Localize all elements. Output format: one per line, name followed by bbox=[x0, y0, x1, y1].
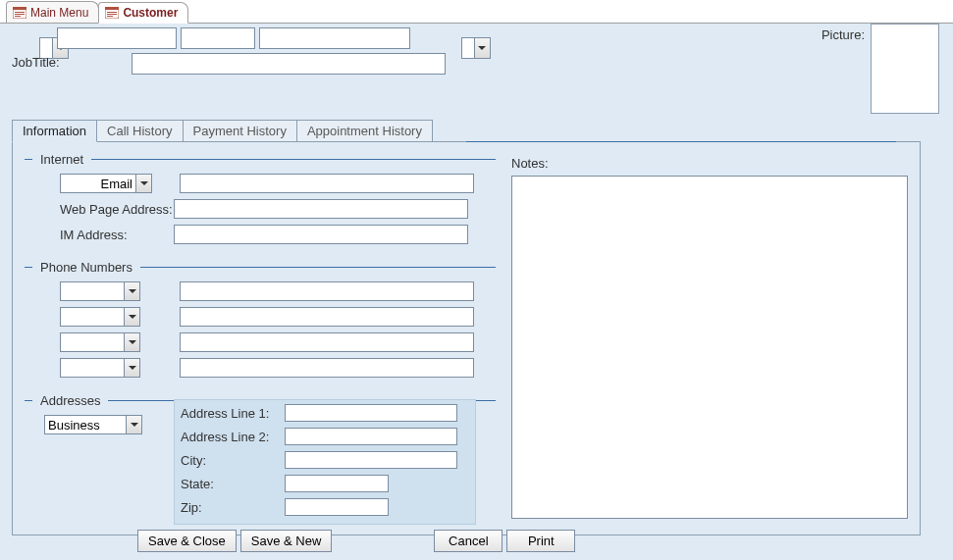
tab-customer[interactable]: Customer bbox=[98, 2, 188, 24]
im-address-input[interactable] bbox=[174, 225, 468, 244]
svg-rect-6 bbox=[105, 7, 119, 10]
tab-customer-label: Customer bbox=[123, 6, 178, 20]
tab-call-history[interactable]: Call History bbox=[96, 120, 183, 141]
form-icon bbox=[13, 7, 26, 19]
svg-rect-9 bbox=[107, 16, 113, 17]
web-page-label: Web Page Address: bbox=[25, 202, 168, 217]
addr-line1-label: Address Line 1: bbox=[181, 406, 279, 421]
detail-tab-headers: Information Call History Payment History… bbox=[12, 118, 923, 141]
addr-state-input[interactable] bbox=[285, 475, 389, 492]
phone-input-4[interactable] bbox=[180, 358, 474, 378]
phone-type-input[interactable] bbox=[61, 282, 124, 300]
print-button[interactable]: Print bbox=[506, 530, 575, 552]
phone-group: Phone Numbers bbox=[25, 258, 496, 383]
suffix-input[interactable] bbox=[462, 38, 474, 58]
chevron-down-icon[interactable] bbox=[126, 416, 141, 433]
chevron-down-icon[interactable] bbox=[124, 282, 139, 300]
picture-box[interactable] bbox=[871, 24, 939, 114]
addr-zip-input[interactable] bbox=[285, 498, 389, 516]
chevron-down-icon[interactable] bbox=[135, 175, 151, 192]
customer-form: JobTitle: Picture: Information Call Hist… bbox=[0, 24, 953, 560]
email-type-input[interactable] bbox=[61, 175, 135, 192]
email-type-combo[interactable] bbox=[60, 174, 152, 193]
svg-rect-4 bbox=[15, 16, 21, 17]
addr-line1-input[interactable] bbox=[285, 404, 457, 422]
internet-group: Internet Web Page Address: bbox=[25, 150, 496, 250]
phone-type-input[interactable] bbox=[61, 333, 124, 351]
tab-appointment-history[interactable]: Appointment History bbox=[296, 120, 433, 141]
suffix-combo[interactable] bbox=[461, 37, 491, 59]
jobtitle-label: JobTitle: bbox=[12, 55, 60, 70]
form-button-row: Save & Close Save & New Cancel Print bbox=[12, 527, 923, 554]
notes-label: Notes: bbox=[511, 156, 549, 171]
tab-information[interactable]: Information bbox=[12, 120, 97, 142]
phone-type-input[interactable] bbox=[61, 308, 124, 326]
group-line bbox=[25, 400, 32, 401]
phone-input-1[interactable] bbox=[180, 281, 474, 301]
tab-payment-history[interactable]: Payment History bbox=[183, 120, 297, 141]
address-type-combo[interactable] bbox=[44, 415, 142, 434]
tab-top-rule bbox=[466, 141, 896, 142]
cancel-button[interactable]: Cancel bbox=[434, 530, 503, 552]
addr-line2-label: Address Line 2: bbox=[181, 430, 279, 444]
web-page-input[interactable] bbox=[174, 199, 468, 219]
phone-input-2[interactable] bbox=[180, 307, 474, 327]
chevron-down-icon[interactable] bbox=[474, 38, 490, 58]
addr-city-input[interactable] bbox=[285, 451, 457, 469]
chevron-down-icon[interactable] bbox=[124, 308, 139, 326]
email-input[interactable] bbox=[180, 174, 474, 193]
chevron-down-icon[interactable] bbox=[124, 333, 139, 351]
svg-rect-3 bbox=[15, 14, 25, 15]
left-column: Internet Web Page Address: bbox=[25, 150, 496, 440]
jobtitle-input[interactable] bbox=[132, 53, 446, 75]
svg-rect-1 bbox=[13, 7, 26, 10]
phone-type-combo-4[interactable] bbox=[60, 358, 140, 378]
phone-type-combo-3[interactable] bbox=[60, 332, 140, 352]
im-address-label: IM Address: bbox=[25, 228, 168, 242]
addr-line2-input[interactable] bbox=[285, 428, 457, 445]
addresses-legend: Addresses bbox=[40, 393, 100, 408]
phone-type-input[interactable] bbox=[61, 359, 124, 377]
phone-type-combo-2[interactable] bbox=[60, 307, 140, 327]
phone-type-combo-1[interactable] bbox=[60, 281, 140, 301]
phone-input-3[interactable] bbox=[180, 332, 474, 352]
chevron-down-icon[interactable] bbox=[124, 359, 139, 377]
tab-main-menu[interactable]: Main Menu bbox=[6, 1, 99, 23]
last-name-input[interactable] bbox=[259, 27, 410, 49]
group-line bbox=[25, 267, 32, 268]
tab-information-body: Internet Web Page Address: bbox=[12, 141, 921, 535]
address-type-input[interactable] bbox=[45, 416, 126, 433]
internet-legend: Internet bbox=[40, 152, 83, 167]
addr-city-label: City: bbox=[181, 453, 279, 468]
addr-zip-label: Zip: bbox=[181, 500, 279, 515]
window-tab-bar: Main Menu Customer bbox=[0, 0, 953, 24]
phone-legend: Phone Numbers bbox=[40, 260, 132, 275]
tab-main-menu-label: Main Menu bbox=[30, 6, 88, 20]
group-line bbox=[91, 159, 496, 160]
svg-rect-2 bbox=[15, 12, 25, 13]
picture-label: Picture: bbox=[821, 27, 865, 42]
address-subform: Address Line 1: Address Line 2: City: St… bbox=[174, 399, 476, 525]
svg-rect-7 bbox=[107, 12, 117, 13]
detail-tab-control: Information Call History Payment History… bbox=[12, 118, 923, 535]
svg-rect-8 bbox=[107, 14, 117, 15]
middle-name-input[interactable] bbox=[181, 27, 255, 49]
save-close-button[interactable]: Save & Close bbox=[137, 530, 237, 552]
group-line bbox=[25, 159, 32, 160]
first-name-input[interactable] bbox=[57, 27, 177, 49]
save-new-button[interactable]: Save & New bbox=[240, 530, 333, 552]
group-line bbox=[140, 267, 496, 268]
notes-textarea[interactable] bbox=[511, 176, 908, 519]
form-icon bbox=[105, 7, 119, 19]
addr-state-label: State: bbox=[181, 477, 279, 491]
